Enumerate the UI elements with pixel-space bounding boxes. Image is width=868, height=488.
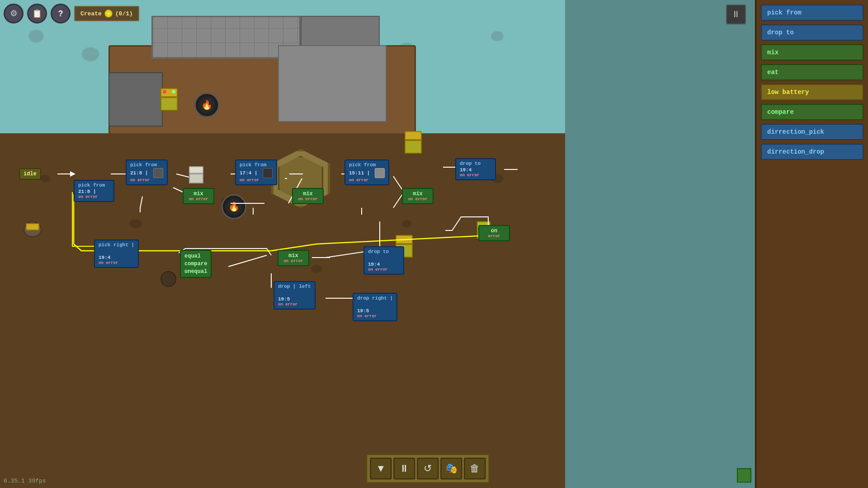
game-world: 🔥 🔥 (0, 0, 565, 488)
node-mix-3[interactable]: mix on error (402, 188, 434, 204)
node-mix-1[interactable]: mix on error (183, 188, 214, 204)
node-drop-left[interactable]: drop | left 19:5 on error (274, 281, 316, 310)
pause-button-top[interactable]: ⏸ (726, 5, 746, 24)
furnace-top: 🔥 (194, 93, 219, 117)
toolbar-btn-down[interactable]: ▼ (370, 458, 392, 479)
top-bar: ⚙ 📋 ? Create (0/1) (4, 4, 139, 23)
help-button[interactable]: ? (51, 4, 71, 23)
sidebar-btn-direction-drop[interactable]: dirrection_drop (761, 144, 863, 160)
create-button[interactable]: Create (0/1) (74, 6, 139, 21)
node-mix-4[interactable]: mix on error (278, 250, 309, 266)
robot-worker-1 (189, 166, 203, 183)
sidebar-btn-mix[interactable]: mix (761, 44, 863, 61)
sidebar-btn-compare[interactable]: compare (761, 104, 863, 120)
sidebar: pick from drop to mix eat low battery co… (755, 0, 868, 488)
robot-right-top (405, 131, 422, 154)
node-compare[interactable]: equal compare unequal (180, 250, 212, 278)
toolbar-btn-character[interactable]: 🎭 (440, 458, 462, 479)
settings-button[interactable]: ⚙ (4, 4, 24, 23)
sidebar-btn-eat[interactable]: eat (761, 64, 863, 80)
toolbar-btn-pause[interactable]: ⏸ (393, 458, 415, 479)
node-pick-from-small[interactable]: pick from 21:8 | on error (74, 180, 114, 202)
robot-main (160, 88, 178, 111)
robot-left (24, 221, 42, 237)
green-square-btn[interactable] (737, 468, 751, 483)
toolbar-btn-delete[interactable]: 🗑 (464, 458, 486, 479)
notes-button[interactable]: 📋 (27, 4, 47, 23)
sidebar-btn-low-battery[interactable]: low battery (761, 84, 863, 100)
sidebar-btn-drop-to[interactable]: drop to (761, 24, 863, 41)
node-idle[interactable]: idle (19, 168, 41, 180)
node-pick-from-3[interactable]: pick from 15:11 | on error (344, 160, 389, 185)
node-on-error-right[interactable]: on error (478, 225, 510, 241)
node-pick-direction[interactable]: pick right | 19:4 on error (94, 239, 139, 268)
node-drop-to-2[interactable]: drop to 19:4 on error (363, 246, 404, 275)
node-drop-right[interactable]: drop right | 19:5 on error (353, 293, 397, 321)
fps-counter: 0.35.1 39fps (4, 478, 46, 484)
node-mix-2[interactable]: mix on error (292, 188, 324, 204)
node-drop-to-1[interactable]: drop to 19:4 on error (455, 158, 496, 180)
bottom-toolbar: ▼ ⏸ ↺ 🎭 🗑 (366, 454, 490, 483)
stone-tiles-right (278, 45, 387, 122)
furnace-bottom: 🔥 (222, 194, 246, 219)
toolbar-btn-reset[interactable]: ↺ (417, 458, 439, 479)
sidebar-btn-pick-from[interactable]: pick from (761, 5, 863, 21)
node-pick-from-1[interactable]: pick from 21:8 | on error (126, 160, 168, 185)
sidebar-btn-direction-pick[interactable]: dirrection_pick (761, 124, 863, 140)
node-pick-from-2[interactable]: pick from 17:4 | on error (235, 160, 277, 185)
rock-1 (160, 271, 176, 287)
stone-tiles-left (108, 72, 163, 127)
